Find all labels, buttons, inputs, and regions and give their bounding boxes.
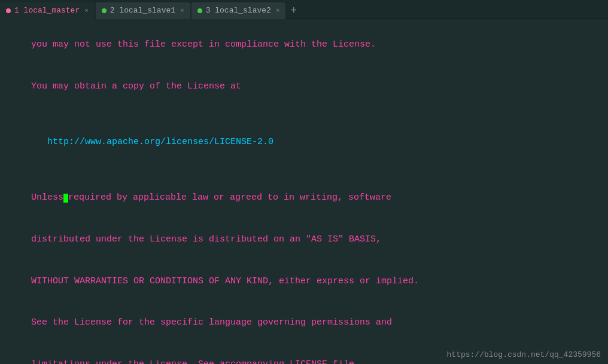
tab-2[interactable]: 2 local_slave1 ×	[96, 2, 190, 19]
code-line-3	[10, 108, 598, 121]
tab-1[interactable]: 1 local_master ×	[0, 2, 95, 19]
code-line-9: See the License for the specific languag…	[10, 302, 598, 344]
tab-close-1[interactable]: ×	[84, 7, 89, 14]
tab-close-2[interactable]: ×	[180, 7, 184, 14]
code-line-1: you may not use this file except in comp…	[10, 24, 598, 66]
code-line-7: distributed under the License is distrib…	[10, 219, 598, 261]
tab-dot-1	[6, 8, 11, 13]
tab-dot-2	[102, 8, 107, 13]
code-line-2: You may obtain a copy of the License at	[10, 66, 598, 108]
code-line-8: WITHOUT WARRANTIES OR CONDITIONS OF ANY …	[10, 260, 598, 302]
code-line-6: Unlessrequired by applicable law or agre…	[10, 177, 598, 219]
code-line-5	[10, 163, 598, 177]
watermark: https://blog.csdn.net/qq_42359956	[447, 350, 601, 359]
tab-3[interactable]: 3 local_slave2 ×	[191, 2, 286, 19]
tab-label-3: 3 local_slave2	[206, 6, 271, 15]
editor: you may not use this file except in comp…	[0, 19, 608, 364]
tab-dot-3	[197, 8, 202, 13]
tab-label-2: 2 local_slave1	[110, 6, 175, 15]
cursor	[63, 194, 68, 203]
tab-label-1: 1 local_master	[14, 6, 80, 15]
tab-bar: 1 local_master × 2 local_slave1 × 3 loca…	[0, 0, 608, 19]
code-line-4: http://www.apache.org/licenses/LICENSE-2…	[10, 121, 598, 163]
tab-add-button[interactable]: +	[287, 2, 300, 19]
tab-close-3[interactable]: ×	[276, 7, 280, 14]
